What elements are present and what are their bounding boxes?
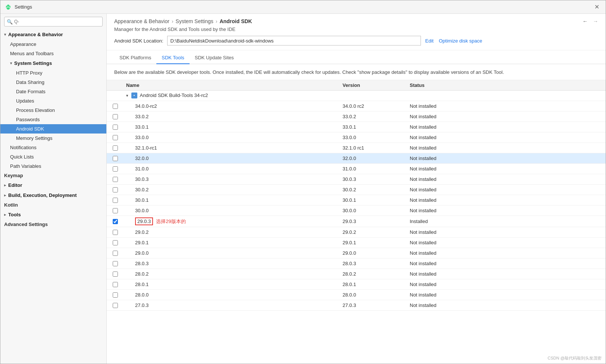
checkbox-cell[interactable] [107,195,120,205]
checkbox-cell[interactable] [107,289,120,300]
checkbox-cell[interactable] [107,269,120,279]
row-checkbox[interactable] [113,240,118,245]
back-button[interactable]: ← [582,18,588,24]
search-input[interactable] [4,17,103,26]
row-checkbox[interactable] [113,303,118,308]
sidebar-item-editor[interactable]: ▸Editor [0,180,106,190]
status-cell: Installed [404,216,606,227]
version-cell: 28.0.1 [337,279,404,289]
tab-sdk-update-sites[interactable]: SDK Update Sites [190,52,239,64]
checkbox-cell[interactable] [107,248,120,258]
row-checkbox[interactable] [113,261,118,266]
status-cell: Not installed [404,289,606,300]
version-cell: 29.0.3 [337,216,404,227]
sidebar-item-date-formats[interactable]: Date Formats [0,87,106,96]
sidebar-item-path-variables[interactable]: Path Variables [0,161,106,171]
version-cell: 29.0.0 [337,248,404,258]
row-checkbox[interactable] [113,145,118,151]
checkbox-cell[interactable] [107,237,120,248]
sdk-location-input[interactable] [167,36,421,46]
sidebar-item-appearance-behavior[interactable]: ▾Appearance & Behavior [0,29,106,40]
row-checkbox[interactable] [113,166,118,172]
status-cell: Not installed [404,300,606,310]
close-button[interactable]: ✕ [592,3,601,12]
sidebar-item-advanced-settings[interactable]: Advanced Settings [0,220,106,229]
group-toggle-cell [107,90,120,101]
sidebar-label-keymap: Keymap [4,173,23,178]
name-cell: 29.0.1 [120,237,337,248]
row-name-label: 29.0.0 [135,250,149,256]
checkbox-cell[interactable] [107,227,120,237]
row-checkbox[interactable] [113,292,118,298]
row-checkbox[interactable] [113,219,118,224]
row-checkbox[interactable] [113,187,118,192]
row-name-label: 30.0.3 [135,176,149,182]
search-box[interactable]: 🔍 [4,17,103,26]
row-checkbox[interactable] [113,135,118,140]
checkbox-cell[interactable] [107,132,120,142]
row-name-label: 34.0.0-rc2 [135,103,157,109]
checkbox-cell[interactable] [107,300,120,310]
row-name-label: 33.0.2 [135,114,149,119]
checkbox-cell[interactable] [107,122,120,132]
checkbox-cell[interactable] [107,279,120,289]
col-header-name: Name [120,80,337,91]
edit-button[interactable]: Edit [425,38,434,44]
row-checkbox[interactable] [113,251,118,256]
breadcrumb-part-1: System Settings [176,18,213,24]
forward-button[interactable]: → [593,18,598,24]
checkbox-cell[interactable] [107,216,120,227]
row-checkbox[interactable] [113,208,118,213]
sidebar-item-passwords[interactable]: Passwords [0,115,106,124]
subtitle: Manager for the Android SDK and Tools us… [114,26,598,32]
row-checkbox[interactable] [113,230,118,235]
row-checkbox[interactable] [113,156,118,161]
row-checkbox[interactable] [113,104,118,109]
tab-sdk-platforms[interactable]: SDK Platforms [114,52,156,64]
tab-sdk-tools[interactable]: SDK Tools [156,52,189,64]
sidebar-item-build-execution-deployment[interactable]: ▸Build, Execution, Deployment [0,190,106,200]
sidebar-item-data-sharing[interactable]: Data Sharing [0,78,106,87]
sidebar-item-process-elevation[interactable]: Process Elevation [0,106,106,115]
checkbox-cell[interactable] [107,184,120,195]
checkbox-cell[interactable] [107,142,120,153]
row-checkbox[interactable] [113,198,118,203]
name-cell: 28.0.1 [120,279,337,289]
sidebar-item-memory-settings[interactable]: Memory Settings [0,134,106,143]
sidebar-item-android-sdk[interactable]: Android SDK [0,124,106,134]
sidebar-item-appearance[interactable]: Appearance [0,40,106,49]
sidebar-item-notifications[interactable]: Notifications [0,143,106,152]
checkbox-cell[interactable] [107,174,120,184]
row-name-label: 31.0.0 [135,166,149,172]
tree-toggle[interactable]: ▾ [126,93,128,98]
row-checkbox[interactable] [113,282,118,287]
row-checkbox[interactable] [113,125,118,130]
checkbox-cell[interactable] [107,205,120,216]
sidebar-item-kotlin[interactable]: Kotlin [0,200,106,210]
table-row: 30.0.0 30.0.0 Not installed [107,205,606,216]
sidebar-item-quick-lists[interactable]: Quick Lists [0,152,106,161]
row-name-label: 32.1.0-rc1 [135,145,157,151]
title-bar: Settings ✕ [0,0,606,14]
checkbox-cell[interactable] [107,258,120,269]
sidebar-item-http-proxy[interactable]: HTTP Proxy [0,68,106,78]
sidebar-item-system-settings[interactable]: ▾System Settings [0,58,106,68]
checkbox-cell[interactable] [107,111,120,122]
checkbox-cell[interactable] [107,163,120,174]
version-cell: 30.0.1 [337,195,404,205]
sidebar-item-updates[interactable]: Updates [0,96,106,106]
row-checkbox[interactable] [113,177,118,182]
checkbox-cell[interactable] [107,101,120,111]
row-checkbox[interactable] [113,114,118,119]
optimize-disk-button[interactable]: Optimize disk space [438,38,483,44]
row-checkbox[interactable] [113,272,118,277]
breadcrumb: Appearance & Behavior › System Settings … [114,18,598,24]
table-row: 31.0.0 31.0.0 Not installed [107,163,606,174]
version-cell: 27.0.3 [337,300,404,310]
sidebar-item-tools[interactable]: ▸Tools [0,210,106,220]
content-header: Appearance & Behavior › System Settings … [107,14,606,50]
checkbox-cell[interactable] [107,153,120,163]
status-cell: Not installed [404,195,606,205]
sidebar-item-keymap[interactable]: Keymap [0,171,106,180]
sidebar-item-menus-toolbars[interactable]: Menus and Toolbars [0,49,106,58]
